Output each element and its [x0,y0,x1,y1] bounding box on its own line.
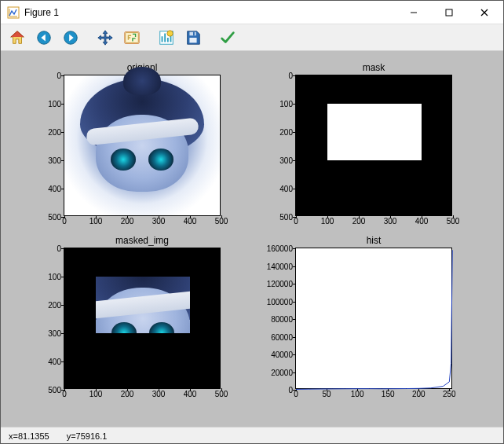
back-button[interactable] [32,27,56,49]
axes: 01002003004005000100200300400500 [64,248,221,389]
masked-region [96,277,190,333]
subplot-title: masked_img [64,235,221,246]
minimize-button[interactable] [396,2,431,24]
y-tick: 140000 [267,262,296,270]
save-button[interactable] [181,27,205,49]
titlebar: Figure 1 [1,1,503,24]
status-y: y=75916.1 [67,431,108,441]
pan-button[interactable] [93,27,117,49]
y-tick: 120000 [267,280,296,288]
subplot-original: origianl01002003004005000100200300400500 [64,75,221,216]
svg-rect-7 [126,32,139,42]
statusbar: x=81.1355 y=75916.1 [1,427,503,444]
customize-button[interactable] [216,27,239,49]
subplot-hist: hist020000400006000080000100000120000140… [295,248,452,389]
mask-rectangle [327,104,422,160]
svg-rect-2 [446,9,452,16]
zoom-button[interactable] [120,27,144,49]
figure-canvas[interactable]: origianl01002003004005000100200300400500… [1,51,503,427]
axes: 0200004000060000800001000001200001400001… [295,248,452,389]
original-image [64,75,220,215]
configure-subplots-button[interactable] [155,27,178,49]
subplot-title: mask [295,62,452,73]
y-tick: 100000 [267,297,296,306]
svg-rect-11 [189,31,195,35]
window-title: Figure 1 [24,7,59,18]
maximize-button[interactable] [431,2,466,24]
toolbar [1,24,503,51]
y-tick: 160000 [267,244,296,253]
axes: 01002003004005000100200300400500 [64,75,221,216]
home-button[interactable] [5,27,29,49]
hist-line [296,248,453,390]
svg-rect-12 [189,38,196,42]
svg-rect-13 [193,31,195,35]
status-x: x=81.1355 [9,431,49,441]
subplot-mask: mask01002003004005000100200300400500 [295,75,452,216]
subplot-masked_img: masked_img010020030040050001002003004005… [64,248,221,389]
close-button[interactable] [466,2,502,24]
forward-button[interactable] [59,27,82,49]
axes: 01002003004005000100200300400500 [295,75,452,216]
subplot-title: hist [295,235,452,246]
svg-point-10 [167,30,173,35]
app-icon [7,6,20,19]
